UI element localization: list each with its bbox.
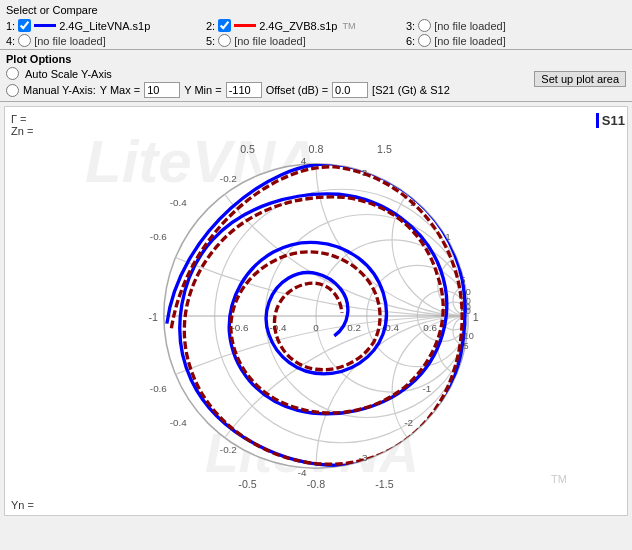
file-name-5: [no file loaded] [234,35,306,47]
file-color-indicator-2 [234,24,256,27]
file-index-2: 2: [206,20,215,32]
file-rows: 1: 2.4G_LiteVNA.s1p 2: 2.4G_ZVB8.s1p TM … [6,19,626,47]
auto-scale-radio[interactable] [6,67,19,80]
file-index-1: 1: [6,20,15,32]
setup-plot-button[interactable]: Set up plot area [534,71,626,87]
manual-y-radio[interactable] [6,84,19,97]
file-entry-3: 3: [no file loaded] [406,19,606,32]
svg-text:-0.4: -0.4 [170,197,188,208]
svg-text:0: 0 [313,322,319,333]
manual-y-label: Manual Y-Axis: [23,84,96,96]
svg-text:-0.5: -0.5 [238,478,256,490]
svg-text:0.6: 0.6 [423,322,437,333]
main-plot-area: LiteVNA LiteVNA TM Γ = Zn = S11 [4,106,628,516]
plot-options-title: Plot Options [6,53,450,65]
svg-text:1: 1 [473,311,479,323]
gamma-label: Γ = [11,113,33,125]
offset-input[interactable] [332,82,368,98]
smith-chart-svg: 0.8 -0.8 -1 1 1.5 0.5 -1.5 -0.5 1 2 3 -1… [131,141,501,491]
svg-text:0.5: 0.5 [240,143,255,155]
svg-text:0.8: 0.8 [309,143,324,155]
svg-text:-0.8: -0.8 [307,478,325,490]
zn-label: Zn = [11,125,33,137]
file-entry-6: 6: [no file loaded] [406,34,606,47]
file-entry-2: 2: 2.4G_ZVB8.s1p TM [206,19,406,32]
file-name-4: [no file loaded] [34,35,106,47]
svg-text:1.5: 1.5 [377,143,392,155]
file-index-4: 4: [6,35,15,47]
smith-chart-container: 0.8 -0.8 -1 1 1.5 0.5 -1.5 -0.5 1 2 3 -1… [25,137,607,495]
y-min-input[interactable] [226,82,262,98]
plot-options-section: Plot Options Auto Scale Y-Axis Manual Y-… [0,50,632,102]
file-radio-5[interactable] [218,34,231,47]
svg-text:-1: -1 [148,311,158,323]
file-radio-4[interactable] [18,34,31,47]
file-name-1: 2.4G_LiteVNA.s1p [59,20,150,32]
offset-label: Offset (dB) = [266,84,328,96]
file-entry-4: 4: [no file loaded] [6,34,206,47]
svg-text:-0.6: -0.6 [150,231,168,242]
svg-text:-4: -4 [298,467,307,478]
display-label: [S21 (Gt) & S12 [372,84,450,96]
file-index-3: 3: [406,20,415,32]
svg-text:4: 4 [301,155,307,166]
file-name-6: [no file loaded] [434,35,506,47]
svg-text:-0.6: -0.6 [150,383,168,394]
svg-text:-1: -1 [423,383,432,394]
file-name-2: 2.4G_ZVB8.s1p [259,20,337,32]
file-checkbox-1[interactable] [18,19,31,32]
file-radio-6[interactable] [418,34,431,47]
file-row-2: 4: [no file loaded] 5: [no file loaded] … [6,34,626,47]
auto-scale-label: Auto Scale Y-Axis [25,68,112,80]
file-row-1: 1: 2.4G_LiteVNA.s1p 2: 2.4G_ZVB8.s1p TM … [6,19,626,32]
select-compare-section: Select or Compare 1: 2.4G_LiteVNA.s1p 2:… [0,0,632,50]
file-entry-5: 5: [no file loaded] [206,34,406,47]
file-radio-3[interactable] [418,19,431,32]
svg-text:-0.6: -0.6 [231,322,249,333]
y-min-label: Y Min = [184,84,221,96]
svg-text:-0.2: -0.2 [220,173,237,184]
file-entry-1: 1: 2.4G_LiteVNA.s1p [6,19,206,32]
file-checkbox-2[interactable] [218,19,231,32]
svg-text:0.2: 0.2 [347,322,361,333]
svg-text:-0.2: -0.2 [220,444,237,455]
svg-text:-0.4: -0.4 [269,322,287,333]
file-index-5: 5: [206,35,215,47]
yn-label: Yn = [11,499,34,511]
s11-label: S11 [596,113,625,128]
y-max-input[interactable] [144,82,180,98]
svg-text:-0.4: -0.4 [170,417,188,428]
svg-text:-2: -2 [404,417,413,428]
select-compare-label: Select or Compare [6,4,626,16]
tm-label: TM [342,21,355,31]
file-name-3: [no file loaded] [434,20,506,32]
plot-info: Γ = Zn = [11,113,33,137]
file-index-6: 6: [406,35,415,47]
file-color-indicator-1 [34,24,56,27]
svg-text:-1.5: -1.5 [375,478,393,490]
y-max-label: Y Max = [100,84,140,96]
